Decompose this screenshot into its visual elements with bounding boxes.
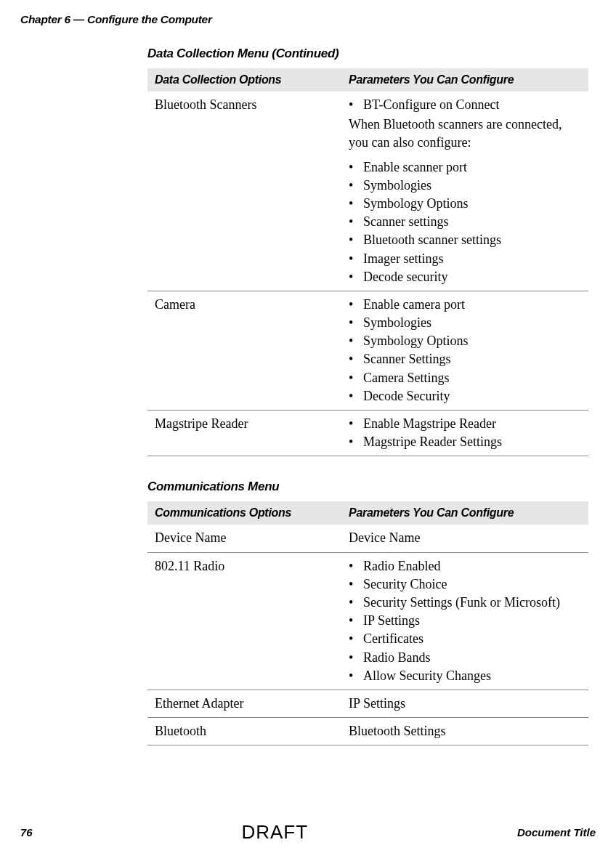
table1-title: Data Collection Menu (Continued) <box>147 47 588 61</box>
chapter-header: Chapter 6 — Configure the Computer <box>20 13 596 26</box>
draft-watermark: DRAFT <box>241 821 308 844</box>
option-cell: 802.11 Radio <box>147 552 341 690</box>
list-item: Symbologies <box>349 314 581 332</box>
table1-header-col1: Data Collection Options <box>147 68 341 92</box>
table-row: Camera Enable camera port Symbologies Sy… <box>147 291 588 410</box>
param-cell: BT-Configure on Connect When Bluetooth s… <box>341 92 588 291</box>
param-cell: IP Settings <box>341 690 588 717</box>
content-area: Data Collection Menu (Continued) Data Co… <box>147 47 588 745</box>
list-item: Decode Security <box>349 387 581 405</box>
list-item: Enable Magstripe Reader <box>349 415 581 433</box>
list-item: Enable camera port <box>349 296 581 314</box>
list-item: Bluetooth scanner settings <box>349 231 581 249</box>
list-item: Radio Bands <box>349 649 581 667</box>
list-item: Magstripe Reader Settings <box>349 433 581 451</box>
table-row: 802.11 Radio Radio Enabled Security Choi… <box>147 552 588 690</box>
list-item: Imager settings <box>349 250 581 268</box>
table-row: Bluetooth Scanners BT-Configure on Conne… <box>147 92 588 291</box>
page-number: 76 <box>20 826 33 838</box>
option-cell: Device Name <box>147 525 341 552</box>
param-cell: Bluetooth Settings <box>341 718 588 745</box>
table2-title: Communications Menu <box>147 480 588 494</box>
communications-table: Communications Options Parameters You Ca… <box>147 501 588 745</box>
list-item: IP Settings <box>349 612 581 630</box>
table2-header-col1: Communications Options <box>147 501 341 525</box>
table2-header-col2: Parameters You Can Configure <box>341 501 588 525</box>
intro-text: When Bluetooth scanners are connected, y… <box>349 116 581 152</box>
list-item: Symbology Options <box>349 195 581 213</box>
param-cell: Radio Enabled Security Choice Security S… <box>341 552 588 690</box>
list-item: Security Settings (Funk or Microsoft) <box>349 594 581 612</box>
list-item: Symbology Options <box>349 332 581 350</box>
list-item: Allow Security Changes <box>349 667 581 685</box>
list-item: Radio Enabled <box>349 557 581 575</box>
option-cell: Bluetooth Scanners <box>147 92 341 291</box>
param-cell: Enable Magstripe Reader Magstripe Reader… <box>341 411 588 456</box>
data-collection-table: Data Collection Options Parameters You C… <box>147 68 588 456</box>
table1-header-col2: Parameters You Can Configure <box>341 68 588 92</box>
table-row: Device Name Device Name <box>147 525 588 552</box>
option-cell: Magstripe Reader <box>147 411 341 456</box>
list-item: Scanner Settings <box>349 350 581 368</box>
list-item: Certificates <box>349 630 581 648</box>
table-row: Magstripe Reader Enable Magstripe Reader… <box>147 411 588 456</box>
list-item: Decode security <box>349 268 581 286</box>
list-item: BT-Configure on Connect <box>349 96 581 114</box>
table-row: Bluetooth Bluetooth Settings <box>147 718 588 745</box>
page-footer: 76 DRAFT Document Title <box>20 821 596 844</box>
document-title: Document Title <box>517 826 596 838</box>
option-cell: Camera <box>147 291 341 410</box>
list-item: Enable scanner port <box>349 158 581 177</box>
list-item: Security Choice <box>349 575 581 594</box>
list-item: Scanner settings <box>349 213 581 231</box>
list-item: Symbologies <box>349 177 581 195</box>
param-cell: Enable camera port Symbologies Symbology… <box>341 291 588 410</box>
option-cell: Bluetooth <box>147 718 341 745</box>
option-cell: Ethernet Adapter <box>147 690 341 717</box>
list-item: Camera Settings <box>349 369 581 387</box>
table-row: Ethernet Adapter IP Settings <box>147 690 588 717</box>
param-cell: Device Name <box>341 525 588 552</box>
page-container: Chapter 6 — Configure the Computer Data … <box>0 0 616 861</box>
